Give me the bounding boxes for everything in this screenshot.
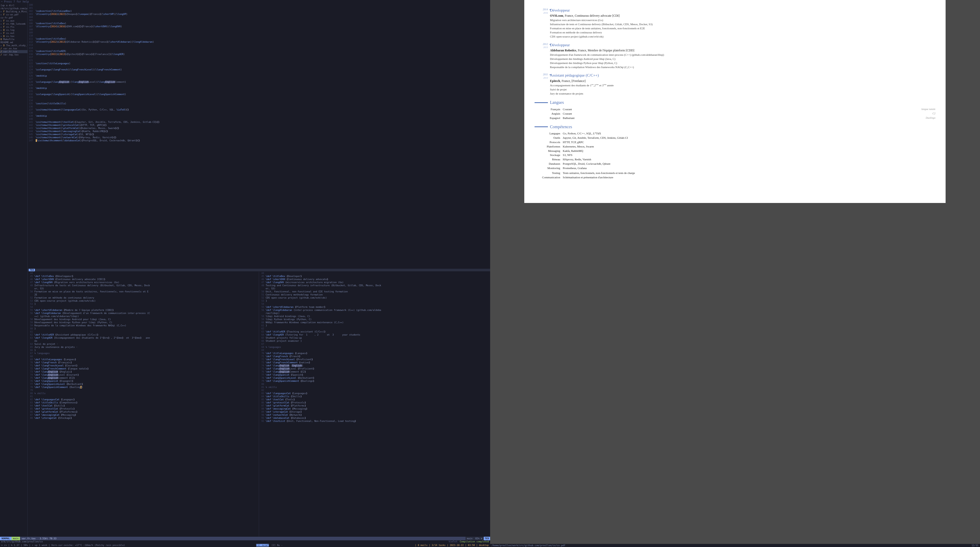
lang-row: EspagnolBalbutiantDuolingo	[535, 116, 935, 120]
entry-company: OVH.com	[550, 14, 563, 18]
skill-row: RéseauHAproxy, Redis, Varnish	[535, 158, 935, 161]
code-area: 100101102\subsection{\titleLeadDev}103\t…	[28, 3, 490, 537]
tree-item[interactable]: ▸ F cv.fdb_latexmk	[0, 22, 27, 26]
entry-company: Aldebaran Robotics	[550, 49, 576, 52]
tree-item[interactable]: ▸ D The_math_study_tip_they_a…	[0, 44, 27, 47]
section-competences: Compétences	[535, 124, 935, 130]
skill-row: ProtocolsHTTP, TCP, gRPC	[535, 140, 935, 144]
pdf-pagenum: 12/31	[972, 544, 978, 547]
cwd-line: ork/src/github.com/proullon/cv VimTeX: C…	[0, 540, 490, 544]
status-line: NORMAL main var.fr.tex 3.51k\ 78:33 main…	[0, 537, 490, 540]
tree-item[interactable]: / var.en.tex	[0, 47, 27, 50]
skill-row: StockageS3, NFS	[535, 153, 935, 157]
cv-entry: 20112013 Assistant pédagogique (C/C++) E…	[535, 73, 935, 96]
tree-item[interactable]: README.md	[0, 41, 27, 44]
tmux-status: > cv | % 1.37 | 58% | ↑ up 1 week | Vern…	[0, 544, 490, 547]
split-tab-top: TEX	[28, 269, 490, 271]
tree-item[interactable]: O Makefile	[0, 38, 27, 41]
tree-item[interactable]: ▸ F cv.aux	[0, 19, 27, 22]
skill-row: MonitoringPrometheus, Grafana	[535, 166, 935, 170]
file-tree[interactable]: [up a dir] rk/src/github.com/proullon/cv…	[0, 3, 28, 537]
entry-role: Développeur	[550, 8, 935, 13]
pdf-path: /home/proullon/work/src/github.com/proul…	[492, 544, 565, 547]
code-pane-main[interactable]: 100101102\subsection{\titleLeadDev}103\t…	[28, 3, 490, 269]
skill-row: DatabasesPostgreSQL, Druid, Cockroachdb,…	[535, 162, 935, 166]
skill-row: OutilsJupyter, Git, Ansible, Terraform, …	[535, 136, 935, 140]
entry-role: Assistant pédagogique (C/C++)	[550, 73, 935, 78]
entry-years: 20142016	[535, 8, 550, 39]
entry-role: Développeur	[550, 42, 935, 48]
entry-years: 20122013	[535, 42, 550, 69]
mode-indicator: NORMAL	[0, 537, 11, 540]
entry-desc: Accompagnement des étudiants de 1ère,2èm…	[550, 83, 935, 96]
skill-row: TestingTests unitaires, fonctionnels, no…	[535, 171, 935, 175]
lang-row: FrançaisCourantlangue natale	[535, 107, 935, 111]
entry-years: 20112013	[535, 73, 550, 96]
tree-item[interactable]: ▸ D cv.log	[0, 29, 27, 32]
tree-item[interactable]: ▸ F cv.out	[0, 32, 27, 35]
code-pane-en[interactable]: 4445\def \titleDev {Developer}46\def \sh…	[259, 271, 490, 537]
skill-row: LangagesGo, Python, C/C++, SQL, LᴬTᴇX	[535, 132, 935, 136]
skill-row: MessagingKakfa, RabbitMQ	[535, 149, 935, 153]
code-pane-fr[interactable]: 4445\def \titleDev {Développeur}46\def \…	[28, 271, 259, 537]
tmux-win-1[interactable]: [1] nvim*	[256, 544, 269, 547]
pdf-footer: /home/proullon/work/src/github.com/proul…	[490, 544, 980, 547]
tmux-right: | 0 mails | 3/14 tasks | 2023-10-22 | 03…	[414, 544, 490, 547]
right-info: main 82% ≡	[466, 537, 484, 540]
tmux-win-2[interactable]: [2] Nu -	[270, 544, 284, 547]
tree-root[interactable]: [up a dir]	[0, 4, 27, 7]
tree-item[interactable]: / var.tmp.tex	[0, 53, 27, 56]
editor-pane: ~ Press ? for help [up a dir] rk/src/git…	[0, 0, 490, 547]
tree-item[interactable]: ▸ F Building_a_Mini_Workshop…	[0, 10, 27, 13]
pdf-page-wrap[interactable]: 20142016 Développeur OVH.com, France, Co…	[490, 0, 980, 544]
tree-path: rk/src/github.com/proullon/cv/	[0, 7, 27, 10]
tmux-left: > cv | % 1.37 | 58% | ↑ up 1 week | Vern…	[0, 544, 126, 547]
tree-item[interactable]: cv-fr.pdf	[0, 16, 27, 19]
tree-item[interactable]: ▸ F cv-en.pdf	[0, 13, 27, 16]
entry-company: Epitech	[550, 79, 560, 83]
pdf-viewer: 20142016 Développeur OVH.com, France, Co…	[490, 0, 980, 547]
cv-entry: 20122013 Développeur Aldebaran Robotics,…	[535, 42, 935, 69]
cv-entry: 20142016 Développeur OVH.com, France, Co…	[535, 8, 935, 39]
lang-row: AnglaisCourantC2	[535, 112, 935, 116]
entry-desc: Migration vers architecture microservice…	[550, 18, 935, 38]
filetype: TEX	[484, 537, 490, 540]
pdf-page: 20142016 Développeur OVH.com, France, Co…	[524, 0, 946, 203]
section-langues: Langues	[535, 100, 935, 105]
current-file: var.fr.tex 3.51k\ 78:33	[20, 537, 465, 540]
entry-desc: Développement d'un framework de communic…	[550, 53, 935, 69]
git-branch: main	[11, 537, 20, 540]
tree-item[interactable]: ▸ F cv.fls	[0, 26, 27, 29]
tree-item[interactable]: / var.fr.tex	[0, 50, 27, 53]
skill-row: PlateformesKubernetes, Mesos, Swarm	[535, 145, 935, 148]
help-hint: ~ Press ? for help	[0, 0, 490, 3]
tree-item[interactable]: ▾ D cv.tex	[0, 35, 27, 38]
skill-row: CommunicationSchématisation et présentat…	[535, 175, 935, 179]
